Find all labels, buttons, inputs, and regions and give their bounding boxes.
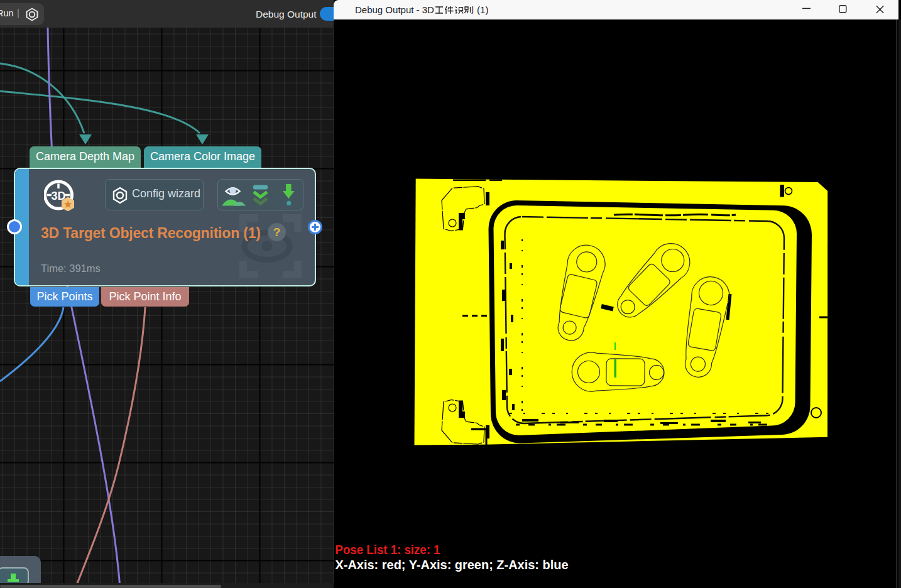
- svg-text:Pose List 1: size: 1: Pose List 1: size: 1: [336, 542, 440, 557]
- svg-text:★: ★: [63, 199, 72, 210]
- svg-text:X-Axis: red; Y-Axis: green; Z-: X-Axis: red; Y-Axis: green; Z-Axis: blue: [336, 557, 569, 572]
